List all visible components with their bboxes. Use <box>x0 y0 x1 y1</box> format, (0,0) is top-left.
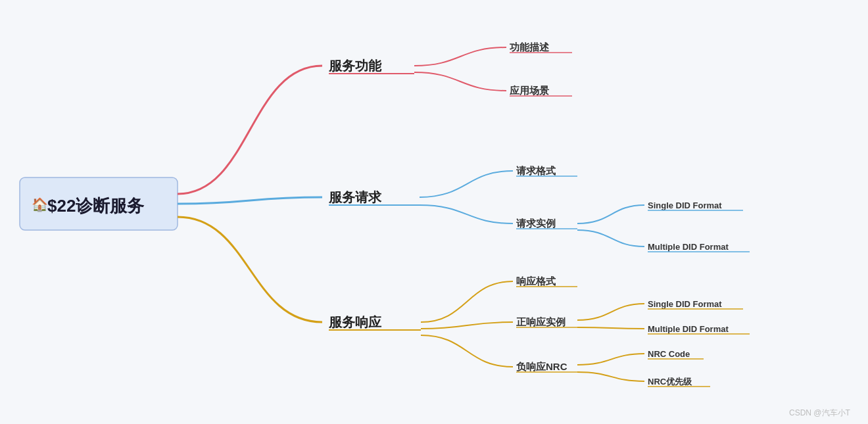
leaf-负响应NRC: 负响应NRC <box>516 361 567 372</box>
watermark: CSDN @汽车小T <box>789 408 851 417</box>
root-label: $22诊断服务 <box>47 196 145 216</box>
branch-top-label: 服务功能 <box>328 59 382 73</box>
leaf-multiple-did-format-mid: Multiple DID Format <box>648 242 729 252</box>
leaf-请求格式: 请求格式 <box>516 165 556 176</box>
home-icon: 🏠 <box>32 197 48 212</box>
leaf-nrc-priority: NRC优先级 <box>648 377 692 387</box>
leaf-应用场景: 应用场景 <box>509 85 550 96</box>
leaf-功能描述: 功能描述 <box>510 41 550 53</box>
branch-mid-label: 服务请求 <box>328 190 382 204</box>
leaf-nrc-code: NRC Code <box>648 349 690 359</box>
leaf-响应格式: 响应格式 <box>516 275 556 287</box>
leaf-正响应实例: 正响应实例 <box>516 316 566 327</box>
leaf-multiple-did-format-bot: Multiple DID Format <box>648 324 729 334</box>
leaf-请求实例: 请求实例 <box>516 218 556 229</box>
leaf-single-did-format-mid: Single DID Format <box>648 200 722 210</box>
branch-bot-label: 服务响应 <box>328 315 382 329</box>
leaf-single-did-format-bot: Single DID Format <box>648 299 722 309</box>
